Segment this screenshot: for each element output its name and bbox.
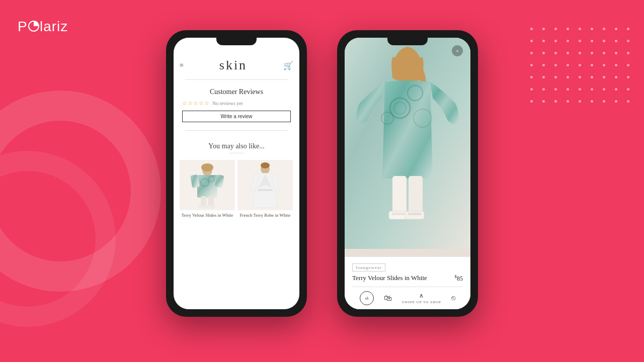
stars-row: ☆☆☆☆☆ No reviews yet — [182, 100, 291, 107]
section-divider — [185, 130, 287, 131]
write-review-button[interactable]: Write a review — [182, 111, 291, 122]
product-title-row: Terry Velour Slides in White $85 — [352, 274, 463, 283]
svg-rect-28 — [391, 213, 406, 215]
svg-rect-11 — [207, 205, 214, 208]
svg-rect-25 — [409, 176, 423, 216]
product-img-1 — [180, 160, 235, 210]
price-value: 85 — [457, 275, 463, 282]
phones-container: ≡ skin 🛒 Customer Reviews ☆☆☆☆☆ No revie… — [0, 30, 644, 317]
phone-2: × — [337, 30, 478, 317]
bottom-nav: sk 🛍 ∧ SWIPE UP TO SHOP ⎋ — [352, 287, 463, 309]
phone-1-content: ≡ skin 🛒 Customer Reviews ☆☆☆☆☆ No revie… — [174, 38, 299, 224]
product-info-panel: loungewear Terry Velour Slides in White … — [345, 257, 470, 309]
swipe-label: SWIPE UP TO SHOP — [402, 300, 441, 304]
product-row: Terry Velour Slides in White — [180, 160, 293, 219]
share-icon[interactable]: ⎋ — [451, 294, 455, 302]
product-card-2[interactable]: French Terry Robe in White — [237, 160, 293, 219]
close-button[interactable]: × — [452, 45, 463, 56]
no-reviews-text: No reviews yet — [212, 101, 243, 106]
product-name-2: French Terry Robe in White — [239, 213, 290, 219]
svg-rect-29 — [408, 213, 422, 215]
phone-2-notch — [387, 36, 428, 45]
product-hero-image: × — [345, 38, 470, 249]
swipe-up-area[interactable]: ∧ SWIPE UP TO SHOP — [402, 292, 441, 304]
store-logo: skin — [219, 58, 247, 73]
bag-icon[interactable]: 🛍 — [384, 294, 392, 303]
swipe-arrow-icon: ∧ — [419, 292, 424, 300]
svg-point-4 — [201, 163, 213, 171]
reviews-title: Customer Reviews — [182, 88, 291, 96]
reviews-section: Customer Reviews ☆☆☆☆☆ No reviews yet Wr… — [180, 84, 293, 126]
phone-1: ≡ skin 🛒 Customer Reviews ☆☆☆☆☆ No revie… — [166, 30, 307, 317]
category-tag: loungewear — [352, 263, 385, 272]
phone-1-header: ≡ skin 🛒 — [180, 58, 293, 73]
product-price: $85 — [455, 274, 463, 283]
recommendations-title: You may also like... — [208, 142, 264, 150]
svg-rect-24 — [392, 176, 407, 216]
star-rating: ☆☆☆☆☆ — [182, 100, 210, 107]
phone-2-screen: × — [345, 38, 470, 309]
menu-icon[interactable]: ≡ — [180, 61, 183, 69]
brand-nav-logo[interactable]: sk — [360, 291, 374, 305]
svg-rect-16 — [258, 189, 273, 191]
svg-rect-10 — [199, 205, 206, 208]
header-divider — [185, 79, 287, 80]
title-underline — [229, 153, 244, 153]
product-title: Terry Velour Slides in White — [352, 274, 427, 282]
product-name-1: Terry Velour Slides in White — [181, 213, 233, 219]
cart-icon[interactable]: 🛒 — [283, 61, 293, 70]
phone-1-notch — [216, 36, 257, 45]
product-card-1[interactable]: Terry Velour Slides in White — [180, 160, 235, 219]
phone-1-screen: ≡ skin 🛒 Customer Reviews ☆☆☆☆☆ No revie… — [174, 38, 299, 309]
product-img-2 — [237, 160, 293, 210]
svg-point-15 — [261, 162, 270, 168]
